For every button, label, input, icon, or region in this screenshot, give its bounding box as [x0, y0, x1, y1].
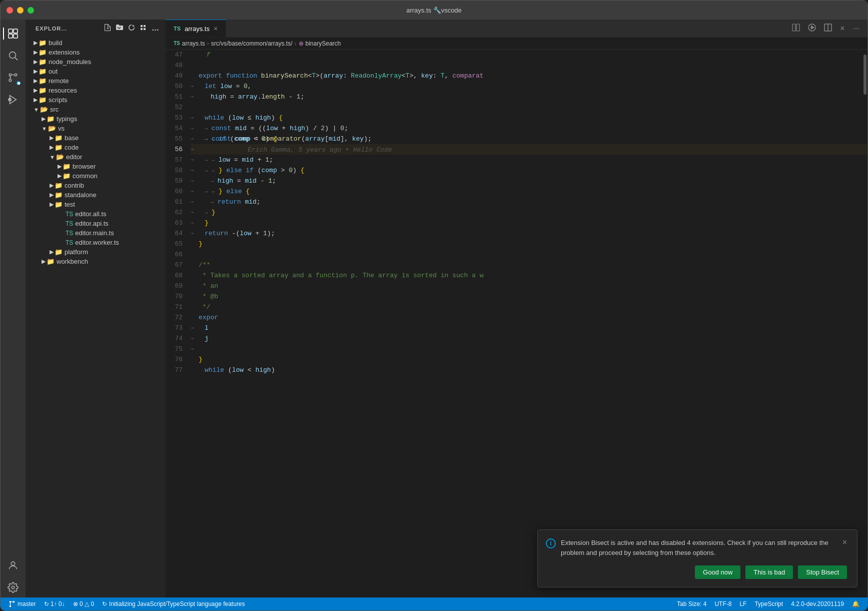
- notifications-status[interactable]: 🔔: [848, 597, 863, 610]
- tab-close-icon[interactable]: ×: [214, 25, 218, 33]
- new-folder-icon[interactable]: [116, 24, 124, 33]
- account-icon[interactable]: [3, 555, 23, 575]
- status-bar: master ↻ 1↑ 0↓ ⊗ 0 △ 0 ↻ Initializing Ja…: [1, 597, 867, 610]
- svg-point-7: [15, 74, 17, 76]
- tree-item-editor-all[interactable]: TS editor.all.ts: [26, 209, 166, 219]
- tree-item-extensions[interactable]: ▶ 📁 extensions: [26, 48, 166, 57]
- debug-icon[interactable]: [3, 90, 23, 110]
- code-line: 67 /**: [166, 260, 867, 270]
- tree-item-node-modules[interactable]: ▶ 📁 node_modules: [26, 57, 166, 67]
- svg-point-21: [10, 605, 12, 607]
- editor-area: TS arrays.ts ×: [166, 20, 867, 597]
- tree-item-code[interactable]: ▶ 📁 code: [26, 143, 166, 152]
- tab-size-status[interactable]: Tab Size: 4: [673, 597, 710, 610]
- language-status-label: Initializing JavaScript/TypeScript langu…: [109, 600, 245, 607]
- split-editor-icon[interactable]: [790, 22, 802, 36]
- tree-label: editor.main.ts: [75, 229, 114, 237]
- tab-title: arrays.ts: [185, 25, 210, 33]
- tree-item-src[interactable]: ▼ 📂 src: [26, 105, 166, 114]
- tree-item-base[interactable]: ▶ 📁 base: [26, 133, 166, 143]
- tree-item-test[interactable]: ▶ 📁 test: [26, 200, 166, 209]
- close-button[interactable]: [7, 7, 13, 14]
- tree-item-scripts[interactable]: ▶ 📁 scripts: [26, 95, 166, 105]
- this-is-bad-button[interactable]: This is bad: [745, 565, 793, 579]
- tree-item-remote[interactable]: ▶ 📁 remote: [26, 76, 166, 86]
- tree-item-editor[interactable]: ▼ 📂 editor: [26, 152, 166, 162]
- tree-item-platform[interactable]: ▶ 📁 platform: [26, 247, 166, 257]
- tab-arrays-ts[interactable]: TS arrays.ts ×: [166, 20, 226, 38]
- notification-close-button[interactable]: ×: [842, 538, 847, 547]
- scrollbar-thumb[interactable]: [863, 55, 866, 95]
- close-editor-icon[interactable]: ×: [838, 22, 846, 35]
- tree-item-editor-api[interactable]: TS editor.api.ts: [26, 219, 166, 228]
- settings-icon[interactable]: [3, 577, 23, 597]
- breadcrumb-file-icon: TS: [174, 41, 180, 46]
- ts-version-status[interactable]: 4.2.0-dev.20201119: [787, 597, 848, 610]
- more-icon[interactable]: …: [152, 24, 160, 33]
- line-endings-status[interactable]: LF: [735, 597, 750, 610]
- breadcrumb-symbol[interactable]: binarySearch: [306, 40, 341, 47]
- stop-bisect-button[interactable]: Stop Bisect: [798, 565, 847, 579]
- tree-item-common[interactable]: ▶ 📁 common: [26, 171, 166, 181]
- tree-item-editor-worker[interactable]: TS editor.worker.ts: [26, 238, 166, 247]
- tree-item-workbench[interactable]: ▶ 📁 workbench: [26, 257, 166, 266]
- explorer-icon[interactable]: [3, 24, 23, 44]
- code-editor[interactable]: 47 f 48 49 export function binarySearch<…: [166, 50, 867, 597]
- minimize-button[interactable]: [17, 7, 24, 14]
- tree-item-resources[interactable]: ▶ 📁 resources: [26, 86, 166, 95]
- encoding-status[interactable]: UTF-8: [710, 597, 735, 610]
- breadcrumb-file[interactable]: arrays.ts: [182, 40, 205, 47]
- code-line: 73 → l: [166, 323, 867, 333]
- errors-warnings-status[interactable]: ⊗ 0 △ 0: [69, 597, 98, 610]
- tree-label: common: [73, 172, 98, 180]
- git-icon[interactable]: i: [3, 68, 23, 88]
- run-icon[interactable]: [806, 22, 818, 36]
- language-mode-status[interactable]: TypeScript: [750, 597, 787, 610]
- split-layout-icon[interactable]: [822, 22, 834, 36]
- editor-scrollbar[interactable]: [862, 50, 867, 597]
- maximize-button[interactable]: [28, 7, 34, 14]
- code-line: 49 export function binarySearch<T>(array…: [166, 71, 867, 81]
- tree-item-build[interactable]: ▶ 📁 build: [26, 38, 166, 48]
- errors-label: ⊗ 0 △ 0: [73, 600, 94, 607]
- collapse-arrow: ▶: [34, 59, 38, 65]
- tree-item-typings[interactable]: ▶ 📁 typings: [26, 114, 166, 124]
- code-line: 58 → → → } else if (comp > 0) {: [166, 165, 867, 176]
- tree-label: editor.api.ts: [75, 220, 109, 227]
- collapse-icon[interactable]: [140, 24, 148, 33]
- tree-label: build: [49, 39, 62, 47]
- tree-item-contrib[interactable]: ▶ 📁 contrib: [26, 181, 166, 190]
- title-text: arrays.ts 🔧vscode: [406, 7, 462, 14]
- git-sync-status[interactable]: ↻ 1↑ 0↓: [40, 597, 69, 610]
- code-line: 48: [166, 60, 867, 71]
- git-branch-status[interactable]: master: [5, 597, 40, 610]
- breadcrumb-path[interactable]: src/vs/base/common/arrays.ts/: [211, 40, 293, 47]
- svg-text:i: i: [18, 82, 19, 85]
- svg-point-12: [9, 98, 12, 101]
- good-now-button[interactable]: Good now: [695, 565, 740, 579]
- code-content: 47 f 48 49 export function binarySearch<…: [166, 50, 867, 597]
- tree-label: vs: [58, 125, 65, 132]
- collapse-arrow: ▼: [50, 154, 55, 160]
- collapse-arrow: ▶: [50, 144, 54, 151]
- language-status-item[interactable]: ↻ Initializing JavaScript/TypeScript lan…: [98, 597, 249, 610]
- breadcrumb: TS arrays.ts › src/vs/base/common/arrays…: [166, 38, 867, 50]
- tree-item-out[interactable]: ▶ 📁 out: [26, 67, 166, 76]
- tree-item-editor-main[interactable]: TS editor.main.ts: [26, 228, 166, 238]
- refresh-icon[interactable]: [128, 24, 136, 33]
- svg-line-5: [15, 58, 18, 60]
- tree-item-browser[interactable]: ▶ 📁 browser: [26, 162, 166, 171]
- tree-item-vs[interactable]: ▼ 📂 vs: [26, 124, 166, 133]
- svg-marker-18: [811, 26, 814, 29]
- svg-rect-0: [9, 29, 13, 33]
- search-icon[interactable]: [3, 46, 23, 66]
- tree-label: editor.all.ts: [75, 210, 106, 218]
- code-line: 50 → let low = 0,: [166, 81, 867, 92]
- sidebar-header-icons: …: [104, 24, 160, 33]
- sidebar-content: ▶ 📁 build ▶ 📁 extensions ▶ 📁 node_module…: [26, 37, 166, 597]
- code-line: 61 → → return mid;: [166, 197, 867, 207]
- new-file-icon[interactable]: [104, 24, 112, 33]
- tree-item-standalone[interactable]: ▶ 📁 standalone: [26, 190, 166, 200]
- titlebar: arrays.ts 🔧vscode: [1, 1, 867, 20]
- more-actions-icon[interactable]: ···: [851, 22, 861, 35]
